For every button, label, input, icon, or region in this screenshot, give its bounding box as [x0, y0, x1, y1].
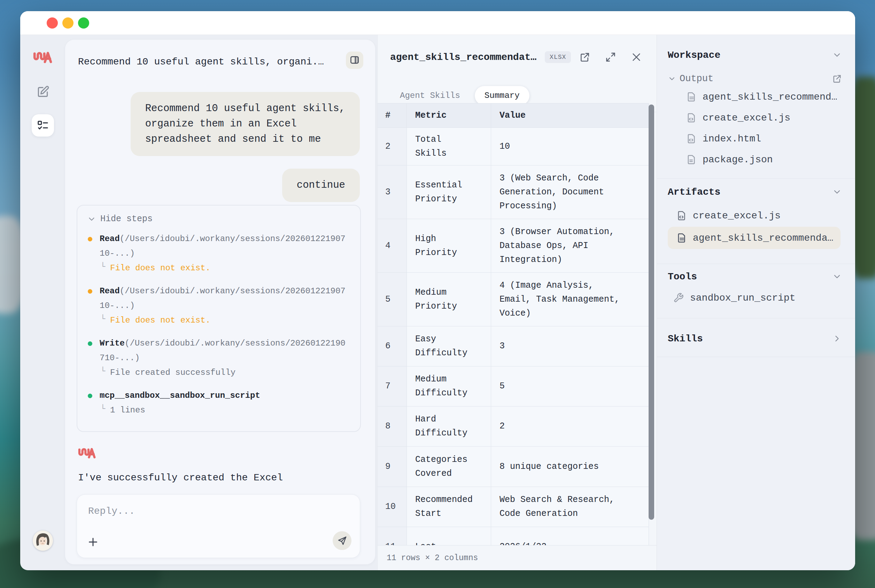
- close-icon[interactable]: [631, 51, 642, 63]
- step-tool-name: mcp__sandbox__sandbox_run_script: [100, 391, 260, 400]
- code-file-icon: [676, 210, 686, 221]
- value-cell: 8 unique categories: [491, 447, 649, 487]
- step-call: Read(/Users/idoubi/.workany/sessions/202…: [100, 232, 351, 261]
- window-content: Recommend 10 useful agent skills, organi…: [20, 35, 855, 570]
- close-window-button[interactable]: [47, 17, 58, 28]
- tool-item[interactable]: sandbox_run_script: [668, 287, 842, 309]
- step-result-text: File does not exist.: [110, 263, 210, 273]
- step-item: mcp__sandbox__sandbox_run_script1 lines: [87, 388, 351, 418]
- table-row: 2Total Skills10: [378, 128, 649, 165]
- metric-cell: Categories Covered: [407, 447, 491, 487]
- tab-summary[interactable]: Summary: [475, 86, 529, 105]
- step-status-dot: [88, 237, 92, 242]
- expand-icon[interactable]: [605, 51, 616, 63]
- hide-steps-label: Hide steps: [100, 214, 153, 224]
- table-header-row: #MetricValue: [378, 104, 649, 128]
- metric-cell: Hard Difficulty: [407, 406, 491, 447]
- output-file-index-html[interactable]: index.html: [668, 128, 842, 149]
- file-type-badge: XLSX: [545, 51, 571, 63]
- reply-input[interactable]: Reply...: [88, 506, 135, 517]
- metric-cell: High Priority: [407, 219, 491, 273]
- workspace-section-header[interactable]: Workspace: [668, 47, 842, 63]
- value-cell: 3 (Web Search, Code Generation, Document…: [491, 165, 649, 219]
- table-row: 3Essential Priority3 (Web Search, Code G…: [378, 165, 649, 219]
- summary-table: #MetricValue 2Total Skills103Essential P…: [378, 103, 649, 545]
- output-file-agent-skills-recommend-[interactable]: agent_skills_recommend…: [668, 86, 842, 107]
- artifacts-section-header[interactable]: Artifacts: [668, 184, 842, 200]
- compose-icon: [36, 86, 49, 99]
- open-external-icon[interactable]: [579, 51, 590, 63]
- open-external-icon[interactable]: [832, 74, 842, 84]
- panel-toggle-button[interactable]: [346, 51, 363, 69]
- chevron-down-icon: [832, 50, 842, 60]
- table-column-header: Metric: [407, 104, 491, 128]
- row-number: 8: [378, 406, 407, 447]
- step-result: File does not exist.: [100, 261, 351, 276]
- output-file-create-excel-js[interactable]: create_excel.js: [668, 107, 842, 128]
- artifact-item[interactable]: agent_skills_recommenda…: [668, 227, 841, 249]
- output-file-list: agent_skills_recommend…create_excel.jsin…: [668, 86, 842, 170]
- user-avatar[interactable]: [33, 531, 53, 551]
- chat-messages: Recommend 10 useful agent skills, organi…: [81, 92, 360, 202]
- table-row: 5Medium Priority4 (Image Analysis, Email…: [378, 273, 649, 326]
- attach-button[interactable]: [86, 536, 100, 549]
- minimize-window-button[interactable]: [62, 17, 73, 28]
- tasks-button[interactable]: [32, 114, 54, 136]
- workspace-title: Workspace: [668, 50, 720, 61]
- task-list-icon: [37, 119, 49, 132]
- wrench-icon: [673, 292, 684, 303]
- tab-agent-skills[interactable]: Agent Skills: [390, 86, 470, 105]
- hide-steps-toggle[interactable]: Hide steps: [87, 214, 153, 224]
- tool-name: sandbox_run_script: [690, 292, 795, 303]
- metric-cell: Total Skills: [407, 128, 491, 165]
- step-tool-name: Write: [100, 339, 125, 348]
- skills-section-header[interactable]: Skills: [668, 331, 842, 346]
- panel-toggle-icon: [349, 55, 360, 65]
- step-item: Read(/Users/idoubi/.workany/sessions/202…: [87, 284, 351, 328]
- workspace-sidebar: Workspace Output agent_skills_recommend……: [656, 35, 855, 570]
- metric-cell: Recommended Start: [407, 487, 491, 527]
- artifact-item[interactable]: create_excel.js: [668, 204, 841, 227]
- metric-cell: Medium Difficulty: [407, 366, 491, 406]
- artifacts-title: Artifacts: [668, 187, 720, 198]
- step-tool-name: Read: [100, 286, 120, 296]
- code-file-icon: [686, 112, 696, 123]
- value-cell: 5: [491, 366, 649, 406]
- row-number: 11: [378, 527, 407, 545]
- tools-section-header[interactable]: Tools: [668, 269, 842, 284]
- row-number: 10: [378, 487, 407, 527]
- viewer-filename: agent_skills_recommendat…: [390, 52, 536, 63]
- new-chat-button[interactable]: [35, 84, 51, 100]
- step-detail: (/Users/idoubi/.workany/sessions/2026012…: [100, 234, 346, 258]
- step-result-text: 1 lines: [110, 405, 145, 415]
- row-number: 6: [378, 326, 407, 366]
- step-call: mcp__sandbox__sandbox_run_script: [100, 388, 351, 403]
- table-row: 10Recommended StartWeb Search & Research…: [378, 487, 649, 527]
- zoom-window-button[interactable]: [78, 17, 89, 28]
- step-call: Write(/Users/idoubi/.workany/sessions/20…: [100, 336, 351, 365]
- tools-list: sandbox_run_script: [668, 287, 842, 309]
- table-scrollbar[interactable]: [649, 105, 654, 520]
- artifact-list: create_excel.jsagent_skills_recommenda…: [668, 204, 842, 249]
- metric-cell: Last: [407, 527, 491, 545]
- chat-message-user: Recommend 10 useful agent skills, organi…: [130, 92, 360, 156]
- chevron-down-icon: [832, 272, 842, 282]
- step-item: Read(/Users/idoubi/.workany/sessions/202…: [87, 232, 351, 276]
- value-cell: 3 (Browser Automation, Database Ops, API…: [491, 219, 649, 273]
- send-button[interactable]: [333, 531, 352, 550]
- value-cell: 2: [491, 406, 649, 447]
- output-group-label: Output: [680, 74, 713, 84]
- value-cell: 4 (Image Analysis, Email, Task Managemen…: [491, 273, 649, 326]
- app-logo-icon: [33, 50, 52, 65]
- row-number: 5: [378, 273, 407, 326]
- output-group-row[interactable]: Output: [668, 71, 842, 86]
- table-row: 8Hard Difficulty2: [378, 406, 649, 447]
- output-file-package-json[interactable]: package.json: [668, 149, 842, 170]
- chevron-down-icon: [87, 214, 96, 224]
- row-number: 7: [378, 366, 407, 406]
- value-cell: 2026/1/22: [491, 527, 649, 545]
- step-status-dot: [88, 394, 92, 398]
- app-window: Recommend 10 useful agent skills, organi…: [20, 11, 855, 570]
- window-titlebar: [20, 11, 855, 35]
- file-name: create_excel.js: [703, 112, 790, 123]
